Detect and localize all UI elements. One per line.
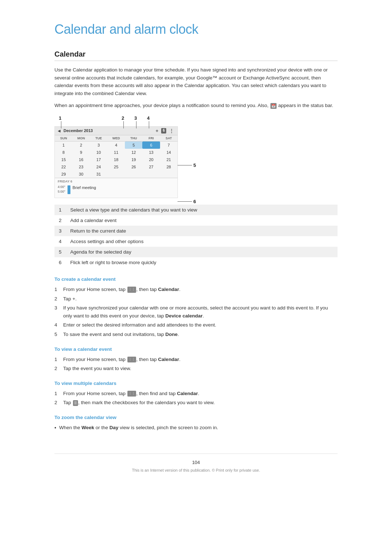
cal-day-11[interactable]: 11	[107, 149, 125, 156]
calendar-widget: ◀ December 2013 + 6 ⋮ SUN MON TUE WED TH…	[54, 126, 178, 198]
description-table-body: 1 Select a view type and the calendars t…	[54, 205, 338, 268]
cal-day-17[interactable]: 17	[90, 156, 107, 163]
add-event-btn[interactable]: +	[155, 128, 159, 134]
table-row: 6 Flick left or right to browse more qui…	[54, 257, 338, 268]
step-text: From your Home screen, tap ⋮⋮, then tap …	[63, 286, 338, 294]
header-thu: THU	[125, 135, 142, 141]
step-num: 5	[54, 331, 60, 338]
desc-text-4: Access settings and other options	[66, 236, 338, 247]
calendar-event-row[interactable]: 4:00" 5:00" Brief meeting	[58, 185, 175, 194]
callout-num-5: 5	[193, 163, 196, 168]
cal-day-23[interactable]: 23	[72, 163, 90, 171]
page-title: Calendar and alarm clock	[54, 22, 338, 37]
event-time-start: 4:00"	[58, 185, 65, 189]
cal-day-31[interactable]: 31	[90, 171, 107, 178]
list-item: 1 From your Home screen, tap ⋮⋮, then ta…	[54, 356, 338, 364]
view-multiple-steps: 1 From your Home screen, tap ⋮⋮, then fi…	[54, 390, 338, 407]
cal-day-8[interactable]: 8	[55, 149, 72, 156]
cal-day-25[interactable]: 25	[107, 163, 125, 171]
cal-day-2[interactable]: 2	[72, 141, 90, 149]
cal-day-26[interactable]: 26	[125, 163, 142, 171]
header-sun: SUN	[55, 135, 72, 141]
cal-day-24[interactable]: 24	[90, 163, 107, 171]
cal-day-empty-2	[125, 171, 142, 178]
cal-day-14[interactable]: 14	[160, 149, 177, 156]
desc-num-1: 1	[54, 205, 66, 215]
calendar-grid: 1 2 3 4 5 6 7 8 9 10 11 12 13 14 15	[55, 141, 177, 178]
cal-day-empty-3	[142, 171, 160, 178]
subsection-zoom-title: To zoom the calendar view	[54, 415, 338, 420]
cal-day-21[interactable]: 21	[160, 156, 177, 163]
calendar-section-title: Calendar	[54, 50, 338, 61]
event-time: 4:00" 5:00"	[58, 185, 65, 194]
cal-day-22[interactable]: 22	[55, 163, 72, 171]
step-num: 3	[54, 304, 60, 320]
intro-paragraph-2: When an appointment time approaches, you…	[54, 102, 338, 110]
list-item: 2 Tap ☰, then mark the checkboxes for th…	[54, 399, 338, 407]
intro-text-2-end: appears in the status bar.	[278, 103, 333, 108]
callout-6-container: 6	[177, 199, 196, 204]
step-text: Tap ☰, then mark the checkboxes for the …	[63, 399, 338, 407]
cal-day-3[interactable]: 3	[90, 141, 107, 149]
list-item: 2 Tap the event you want to view.	[54, 365, 338, 373]
cal-day-12[interactable]: 12	[125, 149, 142, 156]
desc-num-5: 5	[54, 247, 66, 257]
cal-day-19[interactable]: 19	[125, 156, 142, 163]
cal-day-28[interactable]: 28	[160, 163, 177, 171]
cal-day-4[interactable]: 4	[107, 141, 125, 149]
calendar-agenda: FRIDAY 6 4:00" 5:00" Brief meeting	[55, 178, 177, 198]
cal-day-5[interactable]: 5	[125, 141, 142, 149]
step-text: From your Home screen, tap ⋮⋮, then find…	[63, 390, 338, 398]
cal-day-1[interactable]: 1	[55, 141, 72, 149]
calendar-toolbar-left: ◀ December 2013	[58, 128, 93, 133]
view-event-steps: 1 From your Home screen, tap ⋮⋮, then ta…	[54, 356, 338, 373]
header-sat: SAT	[160, 135, 177, 141]
cal-day-18[interactable]: 18	[107, 156, 125, 163]
calendar-status-icon: 📅	[270, 103, 277, 109]
cal-day-9[interactable]: 9	[72, 149, 90, 156]
cal-day-7[interactable]: 7	[160, 141, 177, 149]
cal-day-15[interactable]: 15	[55, 156, 72, 163]
desc-num-2: 2	[54, 215, 66, 226]
subsection-view-multiple-title: To view multiple calendars	[54, 381, 338, 386]
table-row: 2 Add a calendar event	[54, 215, 338, 226]
mockup-with-callouts: 1 2 3 4 ◀ December 2013	[54, 115, 178, 198]
step-text: To save the event and send out invitatio…	[63, 331, 338, 338]
list-item: 3 If you have synchronized your calendar…	[54, 304, 338, 320]
desc-text-6: Flick left or right to browse more quick…	[66, 257, 338, 268]
cal-day-30[interactable]: 30	[72, 171, 90, 178]
create-event-steps: 1 From your Home screen, tap ⋮⋮, then ta…	[54, 286, 338, 338]
step-num: 4	[54, 321, 60, 329]
cal-day-29[interactable]: 29	[55, 171, 72, 178]
step-text: Tap +.	[63, 295, 338, 303]
cal-day-20[interactable]: 20	[142, 156, 160, 163]
zoom-bullets: • When the Week or the Day view is selec…	[54, 424, 338, 432]
cal-day-empty-1	[107, 171, 125, 178]
apps-grid-icon: ⋮⋮	[127, 357, 136, 362]
today-btn[interactable]: 6	[161, 128, 166, 134]
desc-text-5: Agenda for the selected day	[66, 247, 338, 257]
cal-day-16[interactable]: 16	[72, 156, 90, 163]
header-wed: WED	[107, 135, 125, 141]
step-text: Enter or select the desired information …	[63, 321, 338, 329]
step-text: If you have synchronized your calendar w…	[63, 304, 338, 320]
intro-paragraph-1: Use the Calendar application to manage y…	[54, 66, 338, 97]
subsection-view-event-title: To view a calendar event	[54, 346, 338, 352]
header-fri: FRI	[142, 135, 160, 141]
page-footer: 104 This is an Internet version of this …	[54, 454, 338, 472]
bullet-icon: •	[54, 424, 56, 432]
desc-text-2: Add a calendar event	[66, 215, 338, 226]
desc-num-3: 3	[54, 226, 66, 236]
agenda-day-label: FRIDAY 6	[58, 180, 175, 183]
table-row: 5 Agenda for the selected day	[54, 247, 338, 257]
footer-note: This is an Internet version of this publ…	[54, 468, 338, 472]
more-options-btn[interactable]: ⋮	[168, 128, 175, 134]
cal-day-6[interactable]: 6	[142, 141, 160, 149]
step-num: 2	[54, 399, 60, 407]
callout-num-4: 4	[147, 115, 150, 121]
list-item: • When the Week or the Day view is selec…	[54, 424, 338, 432]
cal-day-13[interactable]: 13	[142, 149, 160, 156]
cal-day-27[interactable]: 27	[142, 163, 160, 171]
table-row: 3 Return to the current date	[54, 226, 338, 236]
cal-day-10[interactable]: 10	[90, 149, 107, 156]
